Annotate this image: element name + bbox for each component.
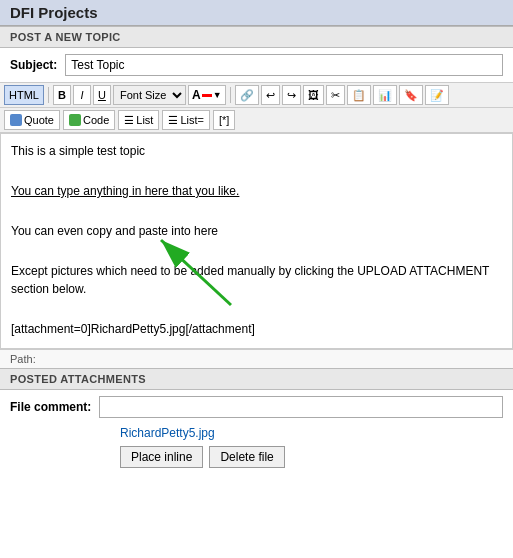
attachment-file-row: RichardPetty5.jpg [0,424,513,442]
editor-line-7: Except pictures which need to be added m… [11,262,502,298]
attachment-filename-link[interactable]: RichardPetty5.jpg [120,426,215,440]
code-btn[interactable]: Code [63,110,115,130]
subject-input[interactable] [65,54,503,76]
list2-btn[interactable]: ☰ List= [162,110,210,130]
italic-btn[interactable]: I [73,85,91,105]
editor-line-4 [11,202,502,220]
extra-btn1[interactable]: 🔖 [399,85,423,105]
font-color-btn[interactable]: A ▼ [188,85,226,105]
file-comment-row: File comment: [0,390,513,424]
quote-btn[interactable]: Quote [4,110,60,130]
font-size-select[interactable]: Font Size 8 10 12 14 18 24 36 [113,85,186,105]
link-btn[interactable]: 🔗 [235,85,259,105]
list-btn[interactable]: ☰ List [118,110,159,130]
delete-file-btn[interactable]: Delete file [209,446,284,468]
page-title: DFI Projects [10,4,98,21]
attachments-section: File comment: RichardPetty5.jpg Place in… [0,390,513,472]
img-btn[interactable]: 🖼 [303,85,324,105]
quote-icon [10,114,22,126]
editor-toolbar-row2: Quote Code ☰ List ☰ List= [*] [0,108,513,133]
editor-toolbar-row1: HTML B I U Font Size 8 10 12 14 18 24 36… [0,82,513,108]
undo-btn[interactable]: ↩ [261,85,280,105]
editor-line-1: This is a simple test topic [11,142,502,160]
cut-btn[interactable]: ✂ [326,85,345,105]
page-header: DFI Projects [0,0,513,26]
star-btn[interactable]: [*] [213,110,235,130]
subject-label: Subject: [10,58,57,72]
editor-line-6 [11,242,502,260]
bold-btn[interactable]: B [53,85,71,105]
editor-content[interactable]: This is a simple test topic You can type… [0,133,513,349]
toolbar-sep-1 [48,87,49,103]
editor-line-9: [attachment=0]RichardPetty5.jpg[/attachm… [11,320,502,338]
underline-btn[interactable]: U [93,85,111,105]
copy-btn[interactable]: 📋 [347,85,371,105]
editor-line-3: You can type anything in here that you l… [11,182,502,200]
toolbar-sep-2 [230,87,231,103]
attachment-actions: Place inline Delete file [0,442,513,472]
place-inline-btn[interactable]: Place inline [120,446,203,468]
redo-btn[interactable]: ↪ [282,85,301,105]
file-comment-label: File comment: [10,400,91,414]
extra-btn2[interactable]: 📝 [425,85,449,105]
editor-line-2 [11,162,502,180]
post-section-label: POST A NEW TOPIC [0,26,513,48]
editor-line-8 [11,300,502,318]
editor-line-5: You can even copy and paste into here [11,222,502,240]
html-toggle-btn[interactable]: HTML [4,85,44,105]
table-btn[interactable]: 📊 [373,85,397,105]
file-comment-input[interactable] [99,396,503,418]
code-icon [69,114,81,126]
attachments-section-label: POSTED ATTACHMENTS [0,368,513,390]
path-bar: Path: [0,349,513,368]
